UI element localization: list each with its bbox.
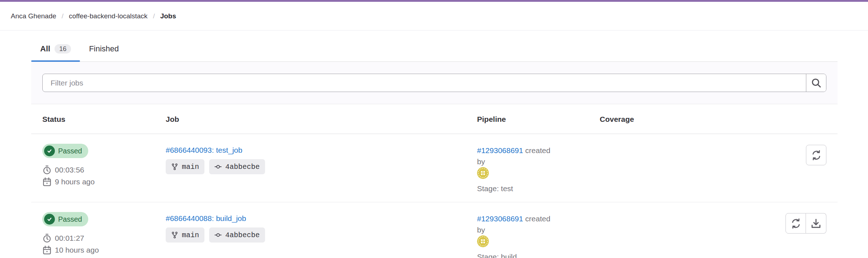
pipeline-created-text: created bbox=[525, 215, 550, 223]
timer-icon bbox=[42, 234, 52, 243]
filter-jobs-input[interactable] bbox=[43, 74, 806, 92]
commit-sha-badge[interactable]: 4abbecbe bbox=[209, 159, 265, 174]
pipeline-link[interactable]: #1293068691 bbox=[477, 215, 523, 223]
download-artifacts-button[interactable] bbox=[806, 213, 826, 234]
retry-job-button[interactable] bbox=[806, 145, 826, 165]
branch-icon bbox=[171, 231, 178, 239]
status-cell: Passed 00:01:27 10 hours ago bbox=[42, 212, 166, 255]
header-status: Status bbox=[42, 104, 166, 134]
job-finished-at-value: 10 hours ago bbox=[55, 246, 99, 254]
retry-job-button[interactable] bbox=[786, 213, 806, 234]
status-badge[interactable]: Passed bbox=[42, 144, 88, 158]
job-link[interactable]: #6866440093: test_job bbox=[166, 146, 242, 155]
jobs-table-header: Status Job Pipeline Coverage bbox=[31, 104, 838, 134]
commit-icon bbox=[214, 231, 222, 239]
job-cell: #6866440093: test_job main bbox=[166, 144, 477, 174]
job-duration-value: 00:01:27 bbox=[55, 234, 84, 243]
breadcrumb-separator: / bbox=[153, 12, 155, 20]
pipeline-by-text: by bbox=[477, 157, 485, 166]
pipeline-stage: Stage: build bbox=[477, 253, 600, 258]
breadcrumb: Anca Ghenade / coffee-backend-localstack… bbox=[0, 2, 868, 31]
breadcrumb-current-page: Jobs bbox=[160, 12, 176, 20]
commit-icon bbox=[214, 163, 222, 170]
breadcrumb-separator: / bbox=[62, 12, 63, 20]
job-duration: 00:01:27 bbox=[42, 234, 166, 243]
filter-box bbox=[42, 74, 826, 92]
jobs-page-content: All 16 Finished Status Job Pipeline Cove… bbox=[31, 36, 838, 258]
job-tags: main 4abbecbe bbox=[166, 159, 477, 174]
calendar-icon bbox=[42, 177, 52, 186]
job-link[interactable]: #6866440088: build_job bbox=[166, 214, 246, 223]
pipeline-stage: Stage: test bbox=[477, 184, 600, 193]
pipeline-by-text: by bbox=[477, 226, 485, 234]
user-avatar[interactable] bbox=[477, 235, 489, 247]
job-finished-at-value: 9 hours ago bbox=[55, 178, 95, 186]
tab-all-label: All bbox=[40, 44, 50, 54]
tab-finished-label: Finished bbox=[89, 44, 119, 54]
job-duration: 00:03:56 bbox=[42, 165, 166, 175]
pipeline-created-text: created bbox=[525, 146, 550, 155]
breadcrumb-group-link[interactable]: Anca Ghenade bbox=[11, 12, 56, 20]
breadcrumb-project-link[interactable]: coffee-backend-localstack bbox=[69, 12, 147, 20]
filter-bar bbox=[31, 62, 838, 104]
status-passed-check-icon bbox=[44, 146, 55, 156]
commit-sha-label: 4abbecbe bbox=[225, 231, 260, 239]
calendar-icon bbox=[42, 245, 52, 255]
ref-badge-label: main bbox=[182, 163, 199, 171]
pipeline-info: #1293068691 created by bbox=[477, 213, 600, 247]
timer-icon bbox=[42, 165, 52, 175]
retry-icon bbox=[791, 218, 801, 229]
commit-sha-label: 4abbecbe bbox=[225, 163, 260, 171]
header-coverage: Coverage bbox=[600, 104, 826, 134]
ref-badge-label: main bbox=[182, 231, 199, 239]
retry-icon bbox=[811, 150, 822, 161]
job-actions bbox=[786, 213, 826, 234]
pipeline-cell: #1293068691 created by Stage: test bbox=[477, 144, 600, 193]
job-actions bbox=[806, 145, 826, 165]
status-badge-label: Passed bbox=[58, 147, 82, 155]
tab-all[interactable]: All 16 bbox=[31, 36, 80, 61]
ref-badge[interactable]: main bbox=[166, 159, 204, 174]
job-row: Passed 00:01:27 10 hours ago bbox=[31, 202, 838, 258]
jobs-tabs: All 16 Finished bbox=[31, 36, 838, 62]
pipeline-info: #1293068691 created by bbox=[477, 145, 600, 179]
status-passed-check-icon bbox=[44, 214, 55, 225]
status-badge-label: Passed bbox=[58, 215, 82, 224]
search-icon bbox=[811, 78, 822, 88]
job-row: Passed 00:03:56 9 hours ago bbox=[31, 134, 838, 202]
ref-badge[interactable]: main bbox=[166, 227, 204, 243]
commit-sha-badge[interactable]: 4abbecbe bbox=[209, 227, 265, 243]
status-badge[interactable]: Passed bbox=[42, 212, 88, 226]
tab-all-count-badge: 16 bbox=[55, 44, 71, 54]
download-icon bbox=[811, 218, 821, 229]
job-finished-at: 10 hours ago bbox=[42, 245, 166, 255]
search-button[interactable] bbox=[806, 74, 826, 92]
job-cell: #6866440088: build_job main bbox=[166, 212, 477, 243]
header-pipeline: Pipeline bbox=[477, 104, 600, 134]
job-finished-at: 9 hours ago bbox=[42, 177, 166, 186]
job-duration-value: 00:03:56 bbox=[55, 166, 84, 174]
user-avatar[interactable] bbox=[477, 167, 489, 179]
tab-finished[interactable]: Finished bbox=[80, 36, 128, 61]
header-job: Job bbox=[166, 104, 477, 134]
job-tags: main 4abbecbe bbox=[166, 227, 477, 243]
status-cell: Passed 00:03:56 9 hours ago bbox=[42, 144, 166, 186]
pipeline-cell: #1293068691 created by Stage: build bbox=[477, 212, 600, 258]
branch-icon bbox=[171, 163, 178, 170]
pipeline-link[interactable]: #1293068691 bbox=[477, 146, 523, 155]
